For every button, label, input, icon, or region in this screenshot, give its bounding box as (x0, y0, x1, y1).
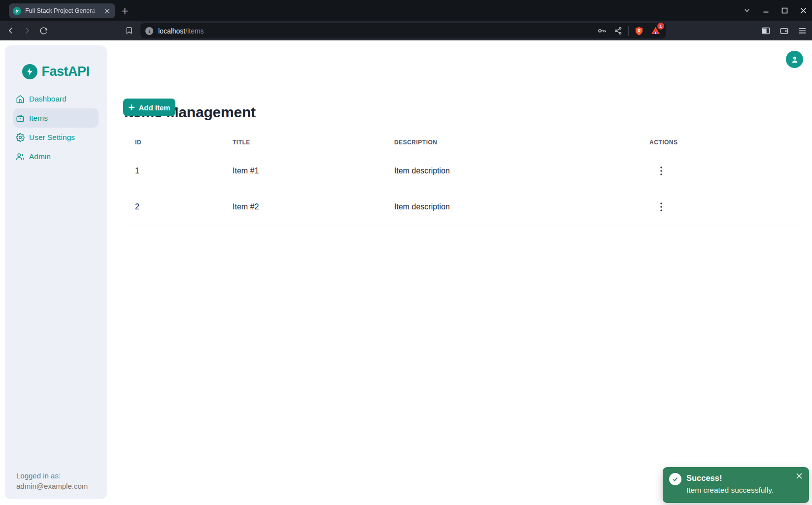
toast-close-icon[interactable] (794, 471, 804, 481)
toolbar-right-icons (760, 21, 808, 40)
row-actions-menu-button[interactable] (653, 199, 669, 215)
sidebar-item-dashboard[interactable]: Dashboard (13, 89, 99, 108)
bookmark-icon[interactable] (122, 21, 136, 40)
kebab-menu-icon (660, 167, 662, 175)
cell-title: Item #2 (222, 202, 383, 211)
row-actions-menu-button[interactable] (653, 163, 669, 179)
column-header-id: ID (124, 139, 222, 146)
sidebar-item-label: Admin (29, 152, 51, 161)
success-toast: Success! Item created successfully. (663, 467, 809, 503)
sidebar-panel-icon[interactable] (760, 25, 772, 36)
close-window-button[interactable] (797, 4, 809, 16)
share-icon[interactable] (612, 25, 624, 37)
fastapi-logo: FastAPI (5, 64, 107, 79)
cell-description: Item description (383, 202, 639, 211)
column-header-description: DESCRIPTION (383, 139, 639, 146)
logo-text: FastAPI (41, 64, 89, 79)
brave-rewards-icon[interactable]: 1 (649, 25, 661, 37)
forward-icon[interactable] (20, 21, 34, 40)
cell-title: Item #1 (222, 167, 383, 175)
cell-actions (639, 163, 807, 179)
browser-tab-bar: Full Stack Project Genera (0, 0, 812, 21)
column-header-title: TITLE (222, 139, 383, 146)
minimize-button[interactable] (760, 4, 772, 16)
brave-shield-icon[interactable] (633, 25, 645, 37)
table-row: 1 Item #1 Item description (124, 153, 807, 189)
password-key-icon[interactable] (596, 25, 608, 37)
sidebar-item-user-settings[interactable]: User Settings (13, 128, 99, 147)
tab-close-icon[interactable] (102, 6, 111, 15)
briefcase-icon (16, 114, 25, 123)
cell-actions (639, 199, 807, 215)
user-avatar-button[interactable] (786, 51, 803, 68)
home-icon (16, 95, 25, 103)
sidebar-item-admin[interactable]: Admin (13, 147, 99, 166)
browser-tab[interactable]: Full Stack Project Genera (9, 3, 115, 18)
table-header-row: ID TITLE DESCRIPTION ACTIONS (124, 132, 807, 153)
menu-hamburger-icon[interactable] (796, 25, 808, 36)
toast-title: Success! (686, 473, 722, 483)
reload-icon[interactable] (36, 21, 50, 40)
site-info-icon[interactable]: i (145, 27, 153, 35)
items-table: ID TITLE DESCRIPTION ACTIONS 1 Item #1 I… (124, 132, 807, 225)
kebab-menu-icon (660, 202, 662, 211)
tab-search-chevron-icon[interactable] (741, 4, 753, 16)
fastapi-bolt-icon (22, 64, 37, 79)
check-circle-icon (669, 473, 681, 485)
fastapi-favicon-icon (13, 7, 21, 15)
logged-in-info: Logged in as: admin@example.com (16, 471, 88, 491)
toolbar-separator (628, 26, 629, 36)
window-controls (741, 0, 812, 21)
cell-description: Item description (383, 167, 639, 175)
sidebar-item-label: User Settings (29, 133, 75, 142)
sidebar-item-items[interactable]: Items (13, 108, 99, 128)
url-host: localhost (158, 27, 185, 35)
back-icon[interactable] (4, 21, 18, 40)
sidebar: FastAPI Dashboard Items User Settings (5, 45, 107, 499)
rewards-badge: 1 (657, 23, 664, 30)
plus-icon (128, 104, 135, 111)
wallet-icon[interactable] (778, 25, 790, 36)
cell-id: 2 (124, 202, 222, 211)
url-path: /items (185, 27, 203, 35)
cell-id: 1 (124, 167, 222, 175)
new-tab-button[interactable] (119, 5, 131, 17)
sidebar-nav: Dashboard Items User Settings Admin (13, 89, 99, 166)
tab-title: Full Stack Project Genera (25, 7, 102, 14)
add-item-label: Add Item (138, 103, 170, 112)
maximize-button[interactable] (778, 4, 790, 16)
sidebar-item-label: Items (29, 114, 48, 123)
url-bar[interactable]: i localhost/items 1 (140, 23, 666, 38)
sidebar-item-label: Dashboard (29, 95, 67, 103)
users-icon (16, 152, 25, 161)
add-item-button[interactable]: Add Item (123, 99, 175, 116)
column-header-actions: ACTIONS (639, 139, 807, 146)
gear-icon (16, 133, 25, 142)
page-content: FastAPI Dashboard Items User Settings (0, 40, 812, 505)
browser-toolbar: i localhost/items 1 (0, 21, 812, 40)
toast-message: Item created successfully. (686, 486, 774, 495)
table-row: 2 Item #2 Item description (124, 189, 807, 225)
logged-in-label: Logged in as: (16, 471, 88, 481)
url-text: localhost/items (158, 27, 204, 35)
logged-in-email: admin@example.com (16, 481, 88, 491)
